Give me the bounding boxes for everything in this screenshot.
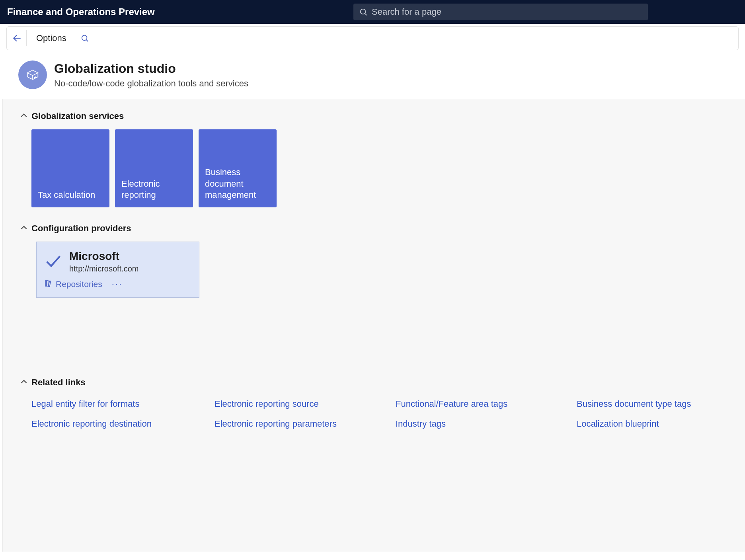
section-title-services: Globalization services	[31, 111, 124, 121]
page-header: Globalization studio No-code/low-code gl…	[0, 50, 745, 99]
provider-info: Microsoft http://microsoft.com	[69, 250, 139, 273]
tile-electronic-reporting[interactable]: Electronic reporting	[115, 129, 193, 207]
tile-label: Electronic reporting	[121, 178, 187, 201]
link-legal-entity-filter[interactable]: Legal entity filter for formats	[31, 399, 215, 409]
tile-tax-calculation[interactable]: Tax calculation	[31, 129, 109, 207]
chevron-up-icon	[20, 377, 27, 388]
svg-line-4	[86, 40, 88, 41]
app-title: Finance and Operations Preview	[7, 6, 353, 18]
page-title-block: Globalization studio No-code/low-code gl…	[54, 61, 248, 89]
section-title-providers: Configuration providers	[31, 223, 131, 234]
provider-url: http://microsoft.com	[69, 264, 139, 273]
back-button[interactable]	[11, 30, 27, 46]
content-area: Globalization services Tax calculation E…	[2, 99, 745, 552]
svg-point-0	[361, 9, 366, 14]
page-subtitle: No-code/low-code globalization tools and…	[54, 78, 248, 89]
svg-rect-7	[49, 281, 51, 286]
link-localization-blueprint[interactable]: Localization blueprint	[577, 419, 708, 429]
tile-label: Business document management	[205, 167, 270, 201]
service-tiles: Tax calculation Electronic reporting Bus…	[31, 129, 727, 207]
action-search-button[interactable]	[77, 30, 93, 46]
svg-point-3	[82, 35, 87, 41]
link-functional-tags[interactable]: Functional/Feature area tags	[396, 399, 577, 409]
provider-bottom: Repositories ···	[37, 279, 199, 297]
chevron-up-icon	[20, 111, 27, 121]
global-search[interactable]	[353, 4, 648, 20]
top-bar: Finance and Operations Preview	[0, 0, 745, 24]
tile-label: Tax calculation	[38, 189, 95, 201]
repositories-label: Repositories	[56, 279, 102, 289]
tile-business-document-management[interactable]: Business document management	[199, 129, 277, 207]
svg-line-1	[365, 14, 367, 15]
related-links-grid: Legal entity filter for formats Electron…	[31, 399, 727, 429]
section-toggle-services[interactable]: Globalization services	[20, 111, 727, 121]
section-title-related: Related links	[31, 377, 86, 388]
svg-rect-5	[45, 281, 47, 286]
link-industry-tags[interactable]: Industry tags	[396, 419, 577, 429]
section-toggle-related[interactable]: Related links	[20, 377, 727, 388]
chevron-up-icon	[20, 223, 27, 234]
books-icon	[45, 279, 53, 289]
svg-rect-6	[47, 281, 48, 286]
more-actions-button[interactable]: ···	[112, 279, 123, 289]
link-business-doc-type-tags[interactable]: Business document type tags	[577, 399, 708, 409]
provider-top: Microsoft http://microsoft.com	[37, 242, 199, 279]
link-er-destination[interactable]: Electronic reporting destination	[31, 419, 215, 429]
repositories-link[interactable]: Repositories	[45, 279, 102, 289]
related-links-section: Related links Legal entity filter for fo…	[20, 377, 727, 429]
section-toggle-providers[interactable]: Configuration providers	[20, 223, 727, 234]
page-title: Globalization studio	[54, 61, 248, 76]
provider-card-microsoft[interactable]: Microsoft http://microsoft.com Repositor…	[36, 242, 199, 298]
checkmark-icon	[45, 252, 62, 271]
link-er-source[interactable]: Electronic reporting source	[215, 399, 396, 409]
provider-name: Microsoft	[69, 250, 139, 263]
options-menu[interactable]: Options	[31, 33, 71, 43]
link-er-parameters[interactable]: Electronic reporting parameters	[215, 419, 396, 429]
globalization-studio-icon	[18, 60, 47, 89]
search-icon	[359, 8, 368, 16]
global-search-input[interactable]	[372, 7, 642, 17]
action-bar: Options	[6, 26, 739, 50]
